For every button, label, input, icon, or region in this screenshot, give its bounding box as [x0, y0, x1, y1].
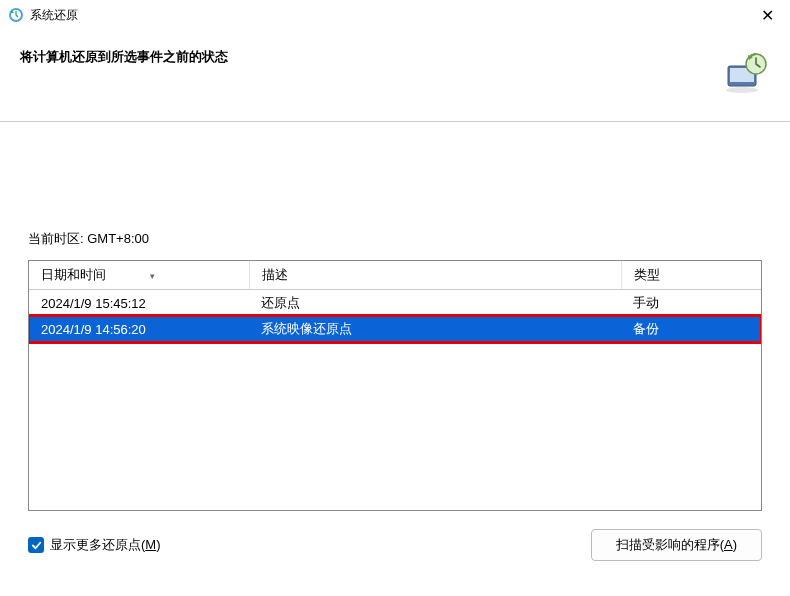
cell-datetime: 2024/1/9 15:45:12	[29, 290, 249, 317]
column-header-type[interactable]: 类型	[621, 261, 761, 290]
show-more-label: 显示更多还原点(M)	[50, 536, 161, 554]
restore-icon	[8, 7, 24, 23]
window-title: 系统还原	[30, 7, 78, 24]
column-header-description[interactable]: 描述	[249, 261, 621, 290]
table-row[interactable]: 2024/1/9 14:56:20系统映像还原点备份	[29, 316, 761, 342]
sort-desc-icon: ▾	[150, 271, 155, 281]
close-icon[interactable]: ✕	[753, 4, 782, 27]
content-area: 当前时区: GMT+8:00 日期和时间 ▾ 描述 类型 2024/1/9 15…	[0, 230, 790, 511]
titlebar: 系统还原 ✕	[0, 0, 790, 30]
cell-description: 还原点	[249, 290, 621, 317]
column-header-datetime-label: 日期和时间	[41, 267, 106, 282]
titlebar-left: 系统还原	[8, 7, 78, 24]
divider	[0, 121, 790, 122]
dialog-header: 将计算机还原到所选事件之前的状态	[0, 30, 790, 96]
table-header-row: 日期和时间 ▾ 描述 类型	[29, 261, 761, 290]
scan-affected-programs-button[interactable]: 扫描受影响的程序(A)	[591, 529, 762, 561]
table-row[interactable]: 2024/1/9 15:45:12还原点手动	[29, 290, 761, 317]
footer: 显示更多还原点(M) 扫描受影响的程序(A)	[0, 529, 790, 561]
timezone-label: 当前时区: GMT+8:00	[28, 230, 762, 248]
page-title: 将计算机还原到所选事件之前的状态	[20, 48, 228, 66]
cell-datetime: 2024/1/9 14:56:20	[29, 316, 249, 342]
restore-points-table: 日期和时间 ▾ 描述 类型 2024/1/9 15:45:12还原点手动2024…	[28, 260, 762, 511]
checkbox-checked-icon	[28, 537, 44, 553]
system-restore-icon	[722, 48, 770, 96]
svg-point-5	[726, 87, 758, 93]
column-header-datetime[interactable]: 日期和时间 ▾	[29, 261, 249, 290]
cell-type: 备份	[621, 316, 761, 342]
cell-type: 手动	[621, 290, 761, 317]
cell-description: 系统映像还原点	[249, 316, 621, 342]
show-more-checkbox[interactable]: 显示更多还原点(M)	[28, 536, 161, 554]
